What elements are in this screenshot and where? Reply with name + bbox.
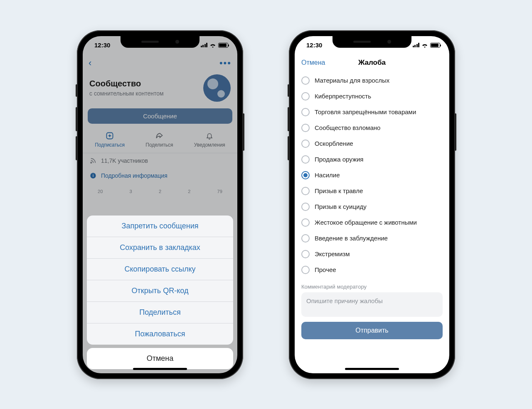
report-reason-label: Прочее bbox=[315, 266, 336, 273]
report-reason-option[interactable]: Сообщество взломано bbox=[301, 120, 443, 136]
radio-icon bbox=[301, 234, 310, 242]
report-reason-option[interactable]: Прочее bbox=[301, 262, 443, 278]
status-time: 12:30 bbox=[306, 42, 322, 49]
report-reason-label: Жестокое обращение с животными bbox=[315, 219, 417, 226]
report-reason-label: Призыв к травле bbox=[315, 187, 363, 194]
phone-left: 12:30 ‹ ••• Сообщество с сомнительным ко… bbox=[77, 30, 243, 379]
wifi-icon bbox=[421, 43, 428, 48]
report-reason-option[interactable]: Жестокое обращение с животными bbox=[301, 215, 443, 230]
report-reason-label: Сообщество взломано bbox=[315, 124, 380, 131]
sheet-item-copy-link[interactable]: Скопировать ссылку bbox=[87, 259, 233, 280]
report-reason-label: Введение в заблуждение bbox=[315, 235, 388, 242]
comment-label: Комментарий модератору bbox=[295, 282, 449, 292]
sheet-item-block-messages[interactable]: Запретить сообщения bbox=[87, 216, 233, 237]
radio-icon bbox=[301, 76, 310, 85]
home-indicator bbox=[133, 368, 187, 370]
report-reason-option[interactable]: Экстремизм bbox=[301, 246, 443, 262]
report-reason-label: Торговля запрещёнными товарами bbox=[315, 108, 416, 115]
radio-icon bbox=[301, 218, 310, 227]
radio-icon bbox=[301, 266, 310, 274]
report-reason-option[interactable]: Продажа оружия bbox=[301, 152, 443, 167]
report-reason-option[interactable]: Киберпреступность bbox=[301, 88, 443, 104]
home-indicator bbox=[345, 368, 399, 370]
radio-icon bbox=[301, 155, 310, 164]
comment-input[interactable]: Опишите причину жалобы bbox=[301, 292, 443, 317]
sheet-item-report[interactable]: Пожаловаться bbox=[87, 323, 233, 345]
radio-icon bbox=[301, 124, 310, 132]
report-reason-option[interactable]: Материалы для взрослых bbox=[301, 73, 443, 88]
radio-icon bbox=[301, 187, 310, 195]
phone-right: 12:30 Отмена Жалоба Материалы для взросл… bbox=[289, 30, 455, 379]
sheet-item-open-qr[interactable]: Открыть QR-код bbox=[87, 280, 233, 302]
report-reason-label: Экстремизм bbox=[315, 250, 350, 257]
radio-icon bbox=[301, 203, 310, 211]
report-reason-option[interactable]: Призыв к суициду bbox=[301, 199, 443, 215]
radio-icon bbox=[301, 250, 310, 258]
page-title: Жалоба bbox=[358, 59, 386, 67]
radio-icon bbox=[301, 92, 310, 100]
sheet-item-save-bookmark[interactable]: Сохранить в закладках bbox=[87, 237, 233, 259]
report-reason-label: Материалы для взрослых bbox=[315, 77, 389, 84]
action-sheet: Запретить сообщения Сохранить в закладка… bbox=[87, 216, 233, 369]
radio-icon bbox=[301, 171, 310, 179]
report-reason-option[interactable]: Введение в заблуждение bbox=[301, 230, 443, 246]
report-reason-option[interactable]: Призыв к травле bbox=[301, 183, 443, 199]
report-reason-label: Продажа оружия bbox=[315, 156, 364, 163]
send-button[interactable]: Отправить bbox=[301, 322, 443, 339]
report-reason-option[interactable]: Торговля запрещёнными товарами bbox=[301, 104, 443, 120]
report-reason-label: Насилие bbox=[315, 171, 340, 179]
report-reason-label: Призыв к суициду bbox=[315, 203, 367, 210]
report-reason-label: Киберпреступность bbox=[315, 93, 371, 100]
sheet-item-share[interactable]: Поделиться bbox=[87, 302, 233, 323]
report-reason-option[interactable]: Оскорбление bbox=[301, 136, 443, 152]
report-reason-label: Оскорбление bbox=[315, 140, 353, 147]
radio-icon bbox=[301, 140, 310, 148]
battery-icon bbox=[430, 43, 440, 48]
sheet-cancel-button[interactable]: Отмена bbox=[87, 348, 233, 369]
report-reason-list: Материалы для взрослыхКиберпреступностьТ… bbox=[295, 71, 449, 282]
cancel-button[interactable]: Отмена bbox=[301, 59, 325, 66]
report-reason-option[interactable]: Насилие bbox=[301, 167, 443, 183]
signal-icon bbox=[413, 43, 420, 47]
radio-icon bbox=[301, 108, 310, 116]
